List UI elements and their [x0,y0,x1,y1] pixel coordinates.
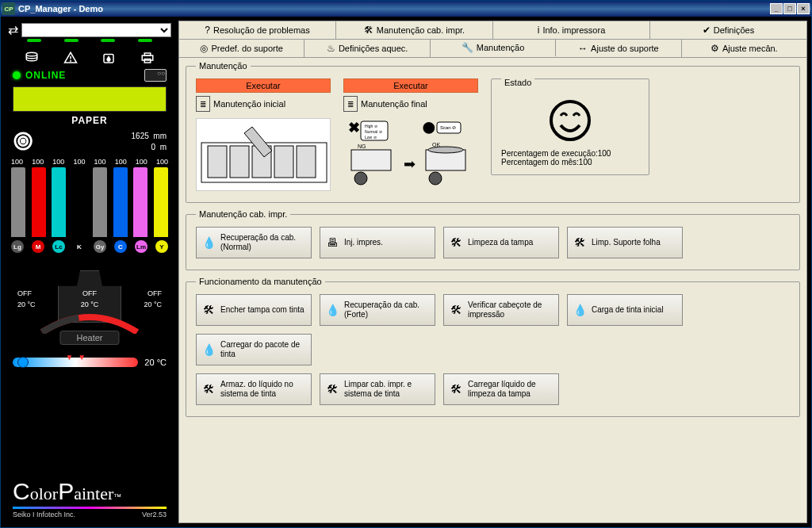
cab-cap-clean-button[interactable]: 🛠Limpeza da tampa [443,227,559,258]
tab-predef-do-suporte[interactable]: ◎Predef. do suporte [179,40,304,57]
btn-label: Encher tampa com tinta [220,305,304,315]
svg-point-25 [354,172,367,185]
ink-bar [154,167,168,237]
tab-manuten-o-cab-impr-[interactable]: 🛠Manutenção cab. impr. [336,21,493,39]
svg-text:Low ⊘: Low ⊘ [365,135,377,140]
illustration-initial [196,118,331,191]
roll-icon [13,131,36,153]
btn-label: Carregar do pacote de tinta [220,340,306,359]
func-fill-cap-button[interactable]: 🛠Encher tampa com tinta [196,294,312,326]
tab-row-1: ?Resolução de problemas🛠Manutenção cab. … [179,21,806,40]
ink-bar [32,167,46,237]
ink-level-value: 100 [52,158,64,166]
svg-rect-24 [351,150,391,170]
func-load-ink-pack-button[interactable]: 💧Carregar do pacote de tinta [196,334,312,365]
btn-label: Recuperação da cab. (Normal) [220,233,306,252]
online-led [13,71,21,79]
slider-marker-2: ▼ [78,353,86,362]
btn-label: Limp. Suporte folha [592,238,661,247]
pct-month: Percentagem do mês:100 [501,158,639,166]
btn-label: Verificar cabeçote de impressão [468,300,553,319]
printer-select[interactable] [21,23,171,37]
led-1 [27,39,41,42]
tab-label: Resolução de problemas [213,25,310,35]
wrench-icon: 🛠 [201,385,216,394]
slider-thumb[interactable] [17,357,29,368]
wrench-icon: 🛠 [573,238,587,247]
smiley-icon [548,98,592,143]
tab-defini-es-aquec-[interactable]: ♨Definições aquec. [304,40,430,57]
printer-icon[interactable] [138,50,157,66]
tab-ajuste-do-suporte[interactable]: ↔Ajuste do suporte [556,40,681,57]
btn-label: Armaz. do líquido no sistema de tinta [220,380,306,399]
final-maint-label: Manutenção final [361,99,427,109]
func-load-clean-liquid-button[interactable]: 🛠Carregar líquido de limpeza da tampa [443,373,559,405]
temperature-slider[interactable]: ▼ ▼ [13,358,138,367]
svg-text:OK: OK [432,142,440,147]
func-recover-strong-button[interactable]: 💧Recuperação da cab. (Forte) [320,294,435,326]
tab-icon: ? [205,25,210,36]
paper-label: PAPER [5,115,174,126]
ink-drop-icon[interactable] [99,50,118,66]
doc-icon-2: ≣ [343,96,358,112]
tab-info-impressora[interactable]: iInfo. impressora [493,21,650,39]
maintenance-fieldset: Manutenção Executar ≣Manutenção inicial [186,61,800,203]
execute-final-button[interactable]: Executar [343,78,478,93]
window-title: CP_Manager - Demo [18,4,103,13]
panel-icon[interactable] [144,69,167,82]
btn-label: Limpar cab. impr. e sistema de tinta [344,380,430,399]
led-3 [101,39,115,42]
close-button[interactable]: × [797,3,810,14]
func-clean-head-system-button[interactable]: 🛠Limpar cab. impr. e sistema de tinta [320,373,435,405]
tab-ajuste-mec-n-[interactable]: ⚙Ajuste mecân. [682,40,806,57]
heater-left-state: OFF [17,289,32,297]
drop-icon: 💧 [201,345,216,354]
roll-len-unit: m [160,143,167,151]
tab-defini-es[interactable]: ✔Definições [650,21,806,39]
cab-inj-impres-button[interactable]: 🖶Inj. impres. [320,227,435,258]
drop-icon: 💧 [201,238,216,247]
maximize-button[interactable]: □ [783,3,796,14]
tab-resolu-o-de-problemas[interactable]: ?Resolução de problemas [179,21,336,39]
cab-sheet-clean-button[interactable]: 🛠Limp. Suporte folha [567,227,683,258]
cab-recover-normal-button[interactable]: 💧Recuperação da cab. (Normal) [196,227,312,258]
tab-label: Definições aquec. [339,44,408,53]
func-check-head-button[interactable]: 🛠Verificar cabeçote de impressão [443,294,559,326]
online-label: ONLINE [25,70,66,81]
ink-dot: Gy [94,240,106,253]
wrench-icon: 🛠 [201,305,216,315]
ink-bar [52,167,66,237]
svg-point-32 [551,101,589,140]
tab-icon: 🔧 [462,42,473,53]
lcd-display [13,86,167,112]
func-store-liquid-button[interactable]: 🛠Armaz. do líquido no sistema de tinta [196,373,312,405]
ink-dot: Lm [135,240,147,253]
roll-length: 0 [151,143,156,151]
led-2 [64,39,79,42]
svg-rect-12 [230,146,249,178]
svg-point-2 [70,60,71,62]
tab-manuten-o[interactable]: 🔧Manutenção [431,40,556,57]
ink-levels: 100100100100100100100100 LgMLcKGyCLmY [5,158,174,253]
tab-icon: ◎ [200,43,208,54]
ink-bar [113,167,128,237]
func-initial-charge-button[interactable]: 💧Carga de tinta inicial [567,294,683,326]
minimize-button[interactable]: _ [770,3,783,14]
estado-legend: Estado [501,78,534,87]
heater-label[interactable]: Heater [59,331,119,345]
ink-bar [11,167,25,237]
ink-bar [133,167,147,237]
tab-icon: ⚙ [710,43,719,54]
ink-dot: Lc [52,240,65,253]
svg-point-29 [429,172,442,185]
warning-icon[interactable] [61,50,80,66]
btn-label: Inj. impres. [344,238,383,247]
stack-icon[interactable] [22,50,41,66]
tab-icon: ↔ [578,43,588,54]
company-label: Seiko I Infotech Inc. [13,511,75,518]
titlebar[interactable]: CP CP_Manager - Demo _ □ × [1,1,811,17]
initial-maint-label: Manutenção inicial [213,99,285,109]
heater-center-temp: 20 °C [81,300,99,308]
execute-initial-button[interactable]: Executar [196,78,331,93]
ink-level-value: 100 [32,158,44,166]
